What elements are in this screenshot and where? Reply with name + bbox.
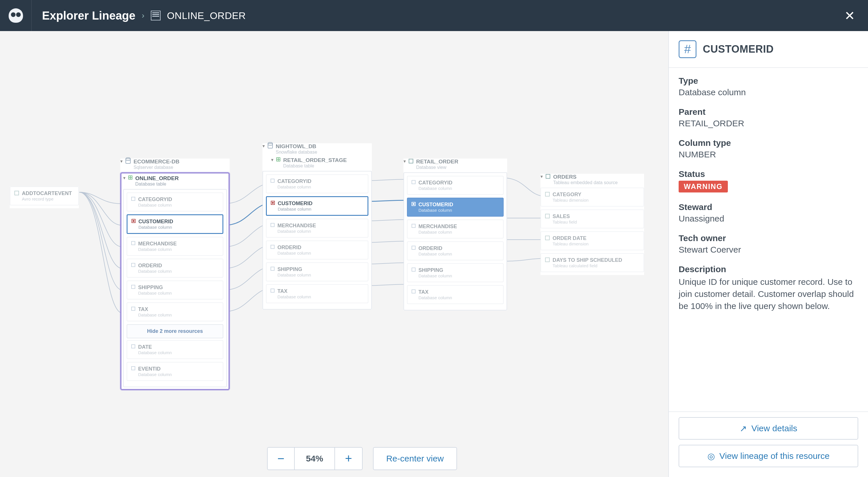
- value-techowner[interactable]: Stewart Coerver: [679, 245, 858, 255]
- column-orderid[interactable]: ORDERIDDatabase column: [266, 241, 368, 259]
- column-categoryid[interactable]: CATEGORYIDDatabase column: [407, 176, 504, 195]
- label-techowner: Tech owner: [679, 233, 858, 243]
- column-tax[interactable]: TAXDatabase column: [407, 285, 504, 304]
- tableau-item-category[interactable]: CATEGORYTableau dimension: [540, 188, 644, 206]
- column-eventid[interactable]: EVENTIDDatabase column: [127, 362, 223, 381]
- column-name: CUSTOMERID: [138, 219, 173, 225]
- column-name: CUSTOMERID: [418, 202, 453, 208]
- node-nightowl-header[interactable]: ▾ NIGHTOWL_DBSnowflake database: [262, 143, 372, 157]
- group-orders: ▾ ORDERSTableau embedded data source CAT…: [540, 174, 644, 275]
- database-icon: [125, 159, 131, 164]
- value-parent[interactable]: RETAIL_ORDER: [679, 119, 858, 128]
- column-merchandise[interactable]: MERCHANDISEDatabase column: [127, 237, 223, 256]
- chevron-down-icon[interactable]: ▾: [271, 157, 273, 163]
- column-name: SHIPPING: [138, 285, 172, 291]
- panel-resource-name: CUSTOMERID: [703, 43, 774, 55]
- view-details-button[interactable]: ↗View details: [679, 417, 858, 440]
- column-shipping[interactable]: SHIPPINGDatabase column: [266, 262, 368, 281]
- column-customerid[interactable]: CUSTOMERIDDatabase column: [407, 198, 504, 217]
- chevron-down-icon[interactable]: ▾: [262, 143, 265, 149]
- zoom-in-button[interactable]: +: [335, 447, 363, 470]
- column-subtype: Database column: [418, 251, 452, 256]
- app-logo[interactable]: [0, 0, 32, 31]
- value-type: Database column: [679, 88, 858, 97]
- column-icon: [411, 202, 415, 206]
- node-addtocartevent[interactable]: ADDTOCARTEVENTAvro record type: [10, 186, 79, 208]
- column-date[interactable]: DATEDatabase column: [127, 340, 223, 359]
- column-name: CUSTOMERID: [278, 200, 313, 206]
- node-online-order-header[interactable]: ▾ ONLINE_ORDERDatabase table: [123, 175, 227, 189]
- column-categoryid[interactable]: CATEGORYIDDatabase column: [266, 174, 368, 193]
- chevron-down-icon[interactable]: ▾: [540, 174, 543, 179]
- column-icon: [271, 245, 275, 249]
- column-icon: [411, 180, 415, 184]
- node-ecommerce-db-header[interactable]: ▾ ECOMMERCE-DBSqlserver database: [120, 159, 230, 172]
- hide-more-button[interactable]: Hide 2 more resources: [127, 324, 223, 338]
- node-retail-order-header[interactable]: ▾ RETAIL_ORDERDatabase view: [403, 159, 507, 172]
- column-subtype: Database column: [138, 291, 172, 295]
- column-tax[interactable]: TAXDatabase column: [266, 284, 368, 303]
- column-shipping[interactable]: SHIPPINGDatabase column: [127, 281, 223, 299]
- column-icon: [271, 179, 275, 183]
- label-parent: Parent: [679, 107, 858, 117]
- column-icon: [131, 241, 135, 245]
- column-subtype: Database column: [138, 202, 172, 208]
- close-button[interactable]: ✕: [843, 9, 857, 23]
- zoom-out-button[interactable]: −: [267, 447, 295, 470]
- page-title: Explorer Lineage: [42, 9, 135, 22]
- column-name: CATEGORYID: [138, 196, 172, 202]
- column-icon: [271, 267, 275, 271]
- column-subtype: Database column: [277, 294, 311, 299]
- column-merchandise[interactable]: MERCHANDISEDatabase column: [266, 219, 368, 237]
- column-subtype: Database column: [277, 229, 316, 233]
- column-name: TAX: [277, 288, 311, 294]
- tableau-item-days-to-ship-scheduled[interactable]: DAYS TO SHIP SCHEDULEDTableau calculated…: [540, 253, 644, 272]
- view-lineage-button[interactable]: ◎View lineage of this resource: [679, 445, 858, 467]
- column-name: ORDERID: [277, 245, 311, 251]
- lineage-canvas[interactable]: ADDTOCARTEVENTAvro record type ▾ ECOMMER…: [0, 31, 668, 477]
- status-badge-warning: WARNING: [679, 181, 728, 192]
- column-name: MERCHANDISE: [138, 241, 177, 247]
- tableau-field-icon: [545, 235, 550, 240]
- column-subtype: Database column: [138, 225, 173, 230]
- target-icon: ◎: [707, 451, 715, 461]
- chevron-right-icon: ›: [142, 11, 145, 20]
- column-name: DATE: [138, 344, 172, 350]
- node-orders-header[interactable]: ▾ ORDERSTableau embedded data source: [540, 174, 644, 188]
- tableau-item-sales[interactable]: SALESTableau field: [540, 210, 644, 228]
- column-name: ORDERID: [138, 263, 172, 269]
- chevron-down-icon[interactable]: ▾: [403, 159, 406, 164]
- column-subtype: Database column: [138, 247, 177, 252]
- column-orderid[interactable]: ORDERIDDatabase column: [127, 259, 223, 278]
- column-subtype: Database column: [418, 295, 452, 300]
- column-shipping[interactable]: SHIPPINGDatabase column: [407, 263, 504, 282]
- column-name: MERCHANDISE: [277, 223, 316, 229]
- column-orderid[interactable]: ORDERIDDatabase column: [407, 242, 504, 260]
- column-customerid[interactable]: CUSTOMERIDDatabase column: [266, 196, 368, 216]
- zoom-level[interactable]: 54%: [295, 447, 335, 470]
- details-panel: # CUSTOMERID TypeDatabase column ParentR…: [668, 31, 868, 477]
- column-subtype: Database column: [138, 372, 172, 377]
- zoom-toolbar: − 54% + Re-center view: [267, 447, 457, 470]
- column-name: EVENTID: [138, 366, 172, 372]
- column-subtype: Database column: [418, 273, 452, 278]
- tableau-field-icon: [545, 214, 550, 218]
- chevron-down-icon[interactable]: ▾: [123, 175, 125, 181]
- recenter-button[interactable]: Re-center view: [373, 447, 457, 470]
- column-customerid[interactable]: CUSTOMERIDDatabase column: [127, 214, 223, 234]
- column-subtype: Database column: [277, 251, 311, 255]
- value-description: Unique ID for unique customer record. Us…: [679, 276, 858, 312]
- column-tax[interactable]: TAXDatabase column: [127, 303, 223, 321]
- tableau-item-order-date[interactable]: ORDER DATETableau dimension: [540, 231, 644, 250]
- column-icon: [131, 263, 135, 267]
- column-name: CATEGORYID: [277, 179, 311, 184]
- column-icon: [271, 201, 275, 205]
- column-icon: [411, 289, 415, 293]
- chevron-down-icon[interactable]: ▾: [120, 159, 123, 164]
- column-subtype: Database column: [418, 186, 453, 191]
- node-retail-stage-header[interactable]: ▾ RETAIL_ORDER_STAGEDatabase table: [271, 157, 372, 171]
- column-merchandise[interactable]: MERCHANDISEDatabase column: [407, 220, 504, 238]
- breadcrumb-resource[interactable]: ONLINE_ORDER: [167, 10, 246, 21]
- column-categoryid[interactable]: CATEGORYIDDatabase column: [127, 192, 223, 212]
- column-icon: [131, 307, 135, 311]
